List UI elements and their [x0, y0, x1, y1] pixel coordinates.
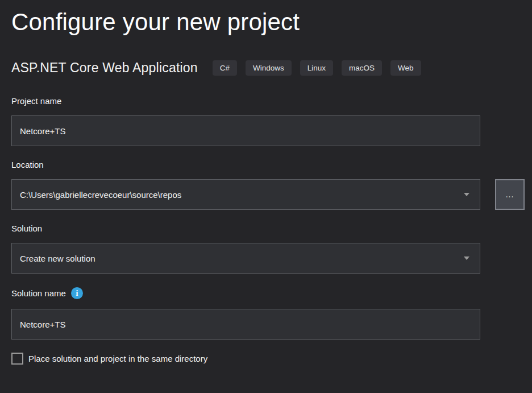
- configure-project-dialog: Configure your new project ASP.NET Core …: [0, 0, 532, 393]
- project-name-label: Project name: [11, 96, 532, 106]
- solution-combobox[interactable]: Create new solution: [11, 243, 480, 274]
- project-name-input[interactable]: [11, 115, 480, 146]
- template-name: ASP.NET Core Web Application: [11, 60, 198, 76]
- chevron-down-icon: [464, 257, 469, 260]
- same-directory-row: Place solution and project in the same d…: [11, 353, 532, 365]
- same-directory-checkbox[interactable]: [11, 353, 23, 365]
- solution-name-input[interactable]: [11, 309, 480, 340]
- location-value: C:\Users\gabriellecrevecoeur\source\repo…: [20, 190, 181, 200]
- solution-value: Create new solution: [20, 254, 95, 263]
- solution-name-label: Solution name i: [11, 287, 532, 299]
- solution-row: Create new solution: [11, 243, 532, 274]
- location-label: Location: [11, 160, 532, 169]
- solution-label: Solution: [11, 224, 532, 233]
- tag-web: Web: [390, 60, 421, 76]
- chevron-down-icon: [464, 193, 469, 196]
- tag-linux: Linux: [300, 60, 333, 76]
- tag-windows: Windows: [246, 60, 292, 76]
- tag-macos: macOS: [342, 60, 382, 76]
- template-row: ASP.NET Core Web Application C# Windows …: [11, 60, 532, 76]
- location-row: C:\Users\gabriellecrevecoeur\source\repo…: [11, 179, 532, 210]
- browse-button[interactable]: ...: [495, 179, 525, 210]
- location-combobox[interactable]: C:\Users\gabriellecrevecoeur\source\repo…: [11, 179, 480, 210]
- same-directory-label: Place solution and project in the same d…: [28, 354, 207, 363]
- template-tags: C# Windows Linux macOS Web: [213, 60, 421, 76]
- page-title: Configure your new project: [11, 0, 532, 36]
- tag-csharp: C#: [213, 60, 237, 76]
- info-icon[interactable]: i: [71, 287, 83, 299]
